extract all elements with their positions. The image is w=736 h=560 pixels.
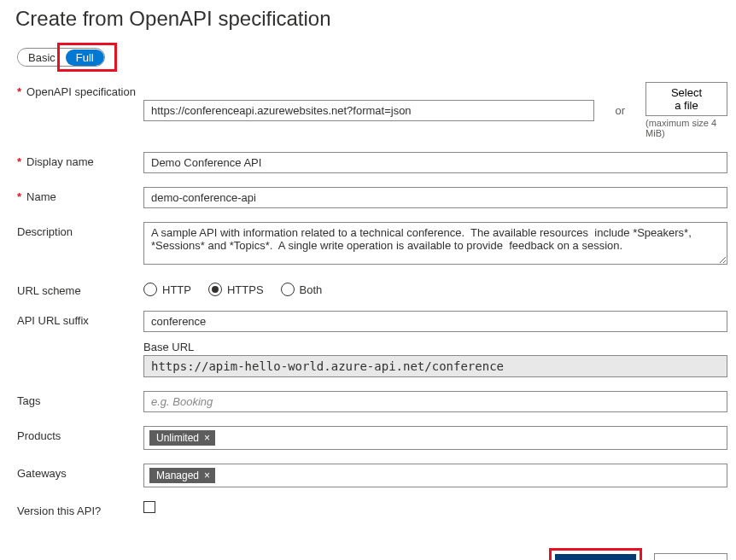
max-size-hint: (maximum size 4 MiB) [645, 118, 727, 138]
description-textarea[interactable]: A sample API with information related to… [143, 222, 727, 265]
label-api-url-suffix: API URL suffix [17, 314, 89, 327]
label-products: Products [17, 429, 61, 442]
required-marker: * [17, 155, 21, 168]
radio-both-label: Both [300, 283, 323, 296]
select-file-button[interactable]: Select a file [645, 82, 727, 116]
label-description: Description [17, 225, 73, 238]
label-gateways: Gateways [17, 467, 67, 480]
radio-both[interactable]: Both [281, 283, 323, 296]
name-input[interactable] [143, 187, 727, 208]
gateway-chip: Managed × [149, 468, 215, 483]
highlight-box: Create [549, 548, 642, 560]
remove-chip-icon[interactable]: × [202, 470, 212, 481]
or-text: or [606, 104, 634, 117]
version-checkbox[interactable] [143, 501, 155, 513]
api-url-suffix-input[interactable] [143, 311, 727, 332]
label-tags: Tags [17, 394, 40, 407]
view-toggle: Basic Full [17, 48, 105, 67]
radio-https[interactable]: HTTPS [208, 283, 264, 296]
radio-circle-checked-icon [208, 283, 222, 296]
radio-https-label: HTTPS [227, 283, 264, 296]
tags-input[interactable] [143, 391, 727, 412]
required-marker: * [17, 190, 21, 203]
products-input[interactable]: Unlimited × [143, 426, 727, 450]
label-display-name: Display name [26, 155, 94, 168]
highlight-box [57, 43, 117, 72]
remove-chip-icon[interactable]: × [202, 432, 212, 444]
radio-http-label: HTTP [162, 283, 191, 296]
product-chip-label: Unlimited [156, 432, 199, 444]
page-title: Create from OpenAPI specification [0, 0, 736, 39]
cancel-button[interactable]: Cancel [654, 553, 727, 560]
label-name: Name [26, 190, 56, 203]
gateways-input[interactable]: Managed × [143, 464, 727, 487]
label-url-scheme: URL scheme [17, 284, 81, 297]
required-marker: * [17, 85, 21, 98]
display-name-input[interactable] [143, 152, 727, 173]
label-base-url: Base URL [143, 341, 727, 353]
base-url-readonly: https://apim-hello-world.azure-api.net/c… [143, 355, 727, 377]
product-chip: Unlimited × [149, 430, 215, 446]
radio-http[interactable]: HTTP [143, 283, 191, 296]
label-version: Version this API? [17, 505, 101, 517]
create-button[interactable]: Create [555, 554, 636, 560]
gateway-chip-label: Managed [156, 470, 199, 481]
label-openapi-spec: OpenAPI specification [26, 85, 136, 98]
radio-circle-icon [143, 283, 157, 296]
radio-circle-icon [281, 283, 295, 296]
openapi-spec-input[interactable] [143, 100, 594, 121]
